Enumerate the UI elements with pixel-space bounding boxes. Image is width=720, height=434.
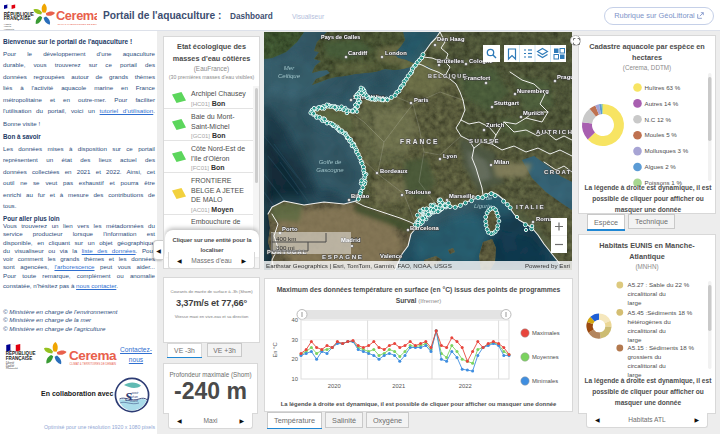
svg-text:Paris: Paris [414,97,429,103]
svg-text:CLIMAT & TERRITOIRES DE DEMAIN: CLIMAT & TERRITOIRES DE DEMAIN [70,362,117,366]
svg-text:FRANCE: FRANCE [400,138,439,145]
svg-text:Moyennes: Moyennes [532,354,559,360]
svg-text:Fraternité: Fraternité [5,367,19,369]
svg-text:Zurich: Zurich [486,122,505,128]
svg-text:Cerema: Cerema [56,8,97,23]
svg-text:Mollusques 3 %: Mollusques 3 % [645,147,689,154]
svg-text:Moules 5 %: Moules 5 % [645,131,678,138]
svg-text:CLIMAT & TERRITOIRES DE DEMAIN: CLIMAT & TERRITOIRES DE DEMAIN [58,23,98,26]
svg-text:hétérogènes du: hétérogènes du [628,318,672,325]
svg-text:marin: marin [130,399,138,403]
svg-text:Valence: Valence [380,253,403,259]
svg-text:Prague: Prague [557,74,572,80]
svg-text:2020: 2020 [328,383,341,389]
svg-text:Celtique: Celtique [278,73,301,79]
svg-text:A5.45 :Sédiments 18 %: A5.45 :Sédiments 18 % [628,309,693,316]
svg-text:Toulouse: Toulouse [405,189,432,195]
svg-text:circalittoral du: circalittoral du [628,362,667,369]
svg-text:Stuttgart: Stuttgart [494,100,519,106]
svg-text:20: 20 [292,356,298,362]
svg-text:SUISSE: SUISSE [469,138,500,144]
svg-text:Den Haag: Den Haag [437,36,465,42]
svg-text:grossiers du: grossiers du [628,353,662,360]
svg-text:Fraternité: Fraternité [3,28,15,30]
svg-text:400 km: 400 km [276,235,296,242]
svg-text:ESPAGNE: ESPAGNE [322,253,364,260]
svg-text:300 mi: 300 mi [276,244,295,251]
svg-text:Golfe de: Golfe de [319,159,342,165]
svg-text:CROATIE: CROATIE [544,169,572,175]
svg-text:Marseille: Marseille [449,193,475,199]
svg-text:Cardiff: Cardiff [348,50,367,56]
svg-text:circalittoral du: circalittoral du [628,290,667,297]
svg-text:large: large [628,336,642,343]
svg-text:Algues 2 %: Algues 2 % [645,163,677,170]
svg-text:London: London [385,50,407,56]
svg-text:2021: 2021 [392,383,405,389]
svg-text:FRANÇAISE: FRANÇAISE [4,16,31,21]
svg-text:Powered by Esri: Powered by Esri [525,262,570,269]
svg-text:30: 30 [292,337,298,343]
svg-text:Bruxelles: Bruxelles [437,58,464,64]
svg-text:Pays de Galles: Pays de Galles [321,34,360,40]
svg-text:N.C 12 %: N.C 12 % [645,116,672,123]
svg-text:Nuremberg: Nuremberg [517,88,549,94]
svg-text:Huîtres 63 %: Huîtres 63 % [645,84,681,91]
svg-text:ITALIE: ITALIE [516,203,545,210]
svg-text:Earthstar Geographics | Esri,: Earthstar Geographics | Esri, TomTom, Ga… [266,262,452,269]
svg-text:En °C: En °C [272,342,278,357]
svg-text:Lyon: Lyon [443,153,457,159]
svg-text:40: 40 [292,317,298,323]
svg-text:BELGIQUE: BELGIQUE [428,73,468,79]
svg-text:Porto: Porto [282,226,298,232]
svg-text:Francfort: Francfort [464,75,490,81]
svg-text:Minimales: Minimales [532,378,558,384]
svg-text:large: large [628,299,642,306]
svg-text:Gascogne: Gascogne [316,167,344,173]
svg-text:Cerema: Cerema [69,348,117,363]
svg-text:AUTRICHE: AUTRICHE [536,129,572,135]
svg-text:A5.27 : Sable du 22 %: A5.27 : Sable du 22 % [628,281,690,288]
svg-text:Milan: Milan [494,159,510,165]
svg-text:circalittoral du: circalittoral du [628,327,667,334]
svg-text:Maximales: Maximales [532,330,560,336]
svg-text:Bordeaux: Bordeaux [380,168,408,174]
svg-text:2022: 2022 [459,383,472,389]
svg-text:A5.15 : Sédiments 18 %: A5.15 : Sédiments 18 % [628,344,695,351]
svg-text:Autres 14 %: Autres 14 % [645,100,679,107]
svg-text:10: 10 [292,376,298,382]
svg-text:Munich: Munich [523,110,544,116]
svg-text:Mer: Mer [284,65,295,71]
svg-text:Roma: Roma [536,216,553,222]
